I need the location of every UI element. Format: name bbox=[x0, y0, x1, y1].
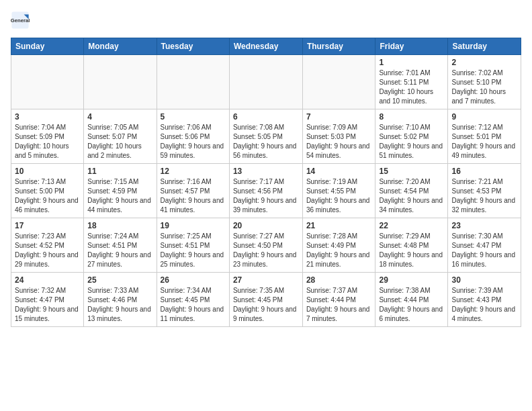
day-info: Sunrise: 7:23 AM Sunset: 4:52 PM Dayligh… bbox=[15, 232, 80, 269]
logo: General bbox=[11, 11, 32, 30]
day-info: Sunrise: 7:10 AM Sunset: 5:02 PM Dayligh… bbox=[379, 123, 444, 161]
calendar-cell: 22Sunrise: 7:29 AM Sunset: 4:48 PM Dayli… bbox=[375, 218, 448, 273]
weekday-header: Saturday bbox=[448, 38, 521, 55]
calendar-cell: 25Sunrise: 7:33 AM Sunset: 4:46 PM Dayli… bbox=[84, 273, 157, 327]
day-number: 4 bbox=[87, 112, 152, 122]
day-number: 11 bbox=[87, 167, 152, 176]
calendar-cell: 14Sunrise: 7:19 AM Sunset: 4:55 PM Dayli… bbox=[302, 164, 375, 218]
day-info: Sunrise: 7:30 AM Sunset: 4:47 PM Dayligh… bbox=[451, 232, 517, 269]
day-number: 15 bbox=[379, 167, 444, 176]
day-number: 16 bbox=[451, 167, 517, 176]
calendar-cell bbox=[157, 55, 229, 109]
day-info: Sunrise: 7:33 AM Sunset: 4:46 PM Dayligh… bbox=[87, 286, 152, 324]
calendar-cell bbox=[11, 55, 84, 109]
calendar-table: SundayMondayTuesdayWednesdayThursdayFrid… bbox=[11, 38, 521, 327]
day-number: 19 bbox=[161, 221, 226, 230]
calendar-cell: 26Sunrise: 7:34 AM Sunset: 4:45 PM Dayli… bbox=[157, 273, 229, 327]
day-info: Sunrise: 7:12 AM Sunset: 5:01 PM Dayligh… bbox=[451, 123, 517, 161]
calendar-cell: 24Sunrise: 7:32 AM Sunset: 4:47 PM Dayli… bbox=[11, 273, 84, 327]
calendar-cell bbox=[229, 55, 302, 109]
calendar-cell: 23Sunrise: 7:30 AM Sunset: 4:47 PM Dayli… bbox=[448, 218, 521, 273]
day-number: 26 bbox=[161, 275, 226, 285]
calendar-cell: 4Sunrise: 7:05 AM Sunset: 5:07 PM Daylig… bbox=[84, 109, 157, 164]
day-info: Sunrise: 7:15 AM Sunset: 4:59 PM Dayligh… bbox=[87, 177, 152, 215]
day-info: Sunrise: 7:19 AM Sunset: 4:55 PM Dayligh… bbox=[306, 177, 372, 215]
calendar-cell: 27Sunrise: 7:35 AM Sunset: 4:45 PM Dayli… bbox=[229, 273, 302, 327]
day-number: 10 bbox=[15, 167, 80, 176]
svg-text:General: General bbox=[11, 17, 30, 24]
calendar-cell: 10Sunrise: 7:13 AM Sunset: 5:00 PM Dayli… bbox=[11, 164, 84, 218]
calendar-cell: 28Sunrise: 7:37 AM Sunset: 4:44 PM Dayli… bbox=[302, 273, 375, 327]
calendar-cell: 19Sunrise: 7:25 AM Sunset: 4:51 PM Dayli… bbox=[157, 218, 229, 273]
day-number: 29 bbox=[379, 275, 444, 285]
day-number: 1 bbox=[379, 58, 444, 67]
day-info: Sunrise: 7:17 AM Sunset: 4:56 PM Dayligh… bbox=[233, 177, 299, 215]
calendar-cell: 3Sunrise: 7:04 AM Sunset: 5:09 PM Daylig… bbox=[11, 109, 84, 164]
calendar-week-row: 3Sunrise: 7:04 AM Sunset: 5:09 PM Daylig… bbox=[11, 109, 521, 164]
calendar-cell: 5Sunrise: 7:06 AM Sunset: 5:06 PM Daylig… bbox=[157, 109, 229, 164]
day-info: Sunrise: 7:21 AM Sunset: 4:53 PM Dayligh… bbox=[451, 177, 517, 215]
calendar-week-row: 24Sunrise: 7:32 AM Sunset: 4:47 PM Dayli… bbox=[11, 273, 521, 327]
calendar-cell: 29Sunrise: 7:38 AM Sunset: 4:44 PM Dayli… bbox=[375, 273, 448, 327]
calendar-cell: 15Sunrise: 7:20 AM Sunset: 4:54 PM Dayli… bbox=[375, 164, 448, 218]
day-number: 23 bbox=[451, 221, 517, 230]
day-number: 3 bbox=[15, 112, 80, 122]
day-info: Sunrise: 7:38 AM Sunset: 4:44 PM Dayligh… bbox=[379, 286, 444, 324]
day-info: Sunrise: 7:06 AM Sunset: 5:06 PM Dayligh… bbox=[161, 123, 226, 161]
day-number: 20 bbox=[233, 221, 299, 230]
day-info: Sunrise: 7:01 AM Sunset: 5:11 PM Dayligh… bbox=[379, 68, 444, 106]
day-info: Sunrise: 7:34 AM Sunset: 4:45 PM Dayligh… bbox=[161, 286, 226, 324]
day-number: 2 bbox=[451, 58, 517, 67]
calendar-cell: 13Sunrise: 7:17 AM Sunset: 4:56 PM Dayli… bbox=[229, 164, 302, 218]
calendar-cell: 17Sunrise: 7:23 AM Sunset: 4:52 PM Dayli… bbox=[11, 218, 84, 273]
day-number: 28 bbox=[306, 275, 372, 285]
logo-icon: General bbox=[11, 11, 30, 30]
calendar-header-row: SundayMondayTuesdayWednesdayThursdayFrid… bbox=[11, 38, 521, 55]
day-info: Sunrise: 7:08 AM Sunset: 5:05 PM Dayligh… bbox=[233, 123, 299, 161]
day-info: Sunrise: 7:20 AM Sunset: 4:54 PM Dayligh… bbox=[379, 177, 444, 215]
calendar-cell bbox=[302, 55, 375, 109]
day-number: 14 bbox=[306, 167, 372, 176]
calendar-cell: 30Sunrise: 7:39 AM Sunset: 4:43 PM Dayli… bbox=[448, 273, 521, 327]
calendar-cell: 21Sunrise: 7:28 AM Sunset: 4:49 PM Dayli… bbox=[302, 218, 375, 273]
calendar-week-row: 17Sunrise: 7:23 AM Sunset: 4:52 PM Dayli… bbox=[11, 218, 521, 273]
day-number: 6 bbox=[233, 112, 299, 122]
weekday-header: Wednesday bbox=[229, 38, 302, 55]
day-info: Sunrise: 7:39 AM Sunset: 4:43 PM Dayligh… bbox=[451, 286, 517, 324]
calendar-week-row: 10Sunrise: 7:13 AM Sunset: 5:00 PM Dayli… bbox=[11, 164, 521, 218]
day-number: 13 bbox=[233, 167, 299, 176]
day-info: Sunrise: 7:13 AM Sunset: 5:00 PM Dayligh… bbox=[15, 177, 80, 215]
page-header: General bbox=[11, 11, 521, 30]
day-info: Sunrise: 7:05 AM Sunset: 5:07 PM Dayligh… bbox=[87, 123, 152, 161]
calendar-cell: 12Sunrise: 7:16 AM Sunset: 4:57 PM Dayli… bbox=[157, 164, 229, 218]
day-number: 7 bbox=[306, 112, 372, 122]
weekday-header: Sunday bbox=[11, 38, 84, 55]
weekday-header: Monday bbox=[84, 38, 157, 55]
calendar-cell: 11Sunrise: 7:15 AM Sunset: 4:59 PM Dayli… bbox=[84, 164, 157, 218]
day-info: Sunrise: 7:29 AM Sunset: 4:48 PM Dayligh… bbox=[379, 232, 444, 269]
calendar-cell: 7Sunrise: 7:09 AM Sunset: 5:03 PM Daylig… bbox=[302, 109, 375, 164]
day-info: Sunrise: 7:16 AM Sunset: 4:57 PM Dayligh… bbox=[161, 177, 226, 215]
day-number: 5 bbox=[161, 112, 226, 122]
day-number: 25 bbox=[87, 275, 152, 285]
calendar-cell: 9Sunrise: 7:12 AM Sunset: 5:01 PM Daylig… bbox=[448, 109, 521, 164]
weekday-header: Thursday bbox=[302, 38, 375, 55]
calendar-cell: 2Sunrise: 7:02 AM Sunset: 5:10 PM Daylig… bbox=[448, 55, 521, 109]
calendar-cell bbox=[84, 55, 157, 109]
day-number: 24 bbox=[15, 275, 80, 285]
day-number: 9 bbox=[451, 112, 517, 122]
day-info: Sunrise: 7:35 AM Sunset: 4:45 PM Dayligh… bbox=[233, 286, 299, 324]
calendar-cell: 20Sunrise: 7:27 AM Sunset: 4:50 PM Dayli… bbox=[229, 218, 302, 273]
day-info: Sunrise: 7:02 AM Sunset: 5:10 PM Dayligh… bbox=[451, 68, 517, 106]
day-info: Sunrise: 7:09 AM Sunset: 5:03 PM Dayligh… bbox=[306, 123, 372, 161]
day-info: Sunrise: 7:28 AM Sunset: 4:49 PM Dayligh… bbox=[306, 232, 372, 269]
day-info: Sunrise: 7:37 AM Sunset: 4:44 PM Dayligh… bbox=[306, 286, 372, 324]
day-number: 21 bbox=[306, 221, 372, 230]
calendar-cell: 16Sunrise: 7:21 AM Sunset: 4:53 PM Dayli… bbox=[448, 164, 521, 218]
calendar-cell: 18Sunrise: 7:24 AM Sunset: 4:51 PM Dayli… bbox=[84, 218, 157, 273]
day-number: 12 bbox=[161, 167, 226, 176]
day-info: Sunrise: 7:25 AM Sunset: 4:51 PM Dayligh… bbox=[161, 232, 226, 269]
weekday-header: Friday bbox=[375, 38, 448, 55]
day-number: 22 bbox=[379, 221, 444, 230]
calendar-week-row: 1Sunrise: 7:01 AM Sunset: 5:11 PM Daylig… bbox=[11, 55, 521, 109]
